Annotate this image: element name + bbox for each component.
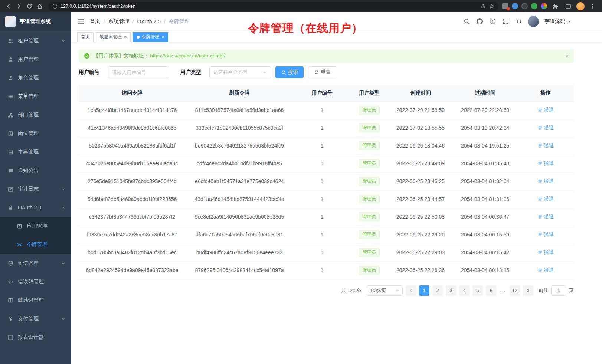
column-header: 操作 xyxy=(517,85,574,101)
sidebar-item-sensitive[interactable]: 敏感词管理 xyxy=(0,291,71,310)
app-title: 芋道管理系统 xyxy=(20,18,51,25)
page-button-1[interactable]: 1 xyxy=(419,285,429,296)
side-panel-icon[interactable] xyxy=(563,1,573,11)
sidebar-item-dict[interactable]: 字典管理 xyxy=(0,143,71,161)
force-logout-button[interactable]: 强退 xyxy=(537,231,554,238)
force-logout-button[interactable]: 强退 xyxy=(537,196,554,202)
sidebar-item-tenant[interactable]: 租户管理 xyxy=(0,32,71,50)
sidebar-item-role[interactable]: 角色管理 xyxy=(0,69,71,87)
force-logout-button[interactable]: 强退 xyxy=(537,160,554,167)
tab-label: 敏感词管理 xyxy=(99,34,122,40)
alert-doc-link[interactable]: https://doc.iocoder.cn/user-center/ xyxy=(150,53,225,59)
browser-reload-button[interactable] xyxy=(24,1,34,11)
breadcrumb-item[interactable]: OAuth 2.0 xyxy=(137,19,161,24)
font-size-icon[interactable]: T xyxy=(515,18,522,25)
user-id-cell: 1 xyxy=(293,137,351,155)
errcode-icon xyxy=(7,279,13,285)
page-size-select[interactable]: 10条/页 xyxy=(367,285,403,296)
search-button[interactable]: 搜索 xyxy=(275,66,304,78)
goto-page-input[interactable] xyxy=(551,285,566,296)
sidebar-item-notice[interactable]: 通知公告 xyxy=(0,161,71,180)
breadcrumb-item[interactable]: 首页 xyxy=(90,18,100,25)
prev-page-button[interactable] xyxy=(406,285,416,296)
trash-icon xyxy=(537,107,543,113)
extension-icon-4[interactable] xyxy=(531,3,537,9)
force-logout-button[interactable]: 强退 xyxy=(537,267,554,274)
alert-close-icon[interactable]: × xyxy=(565,53,569,59)
force-logout-button[interactable]: 强退 xyxy=(537,142,554,149)
breadcrumb-separator: / xyxy=(164,19,166,24)
extension-icon-2[interactable] xyxy=(512,3,518,9)
browser-address-bar[interactable]: 127.0.0.1:1024/system/oauth2/token xyxy=(48,2,498,11)
user-menu[interactable]: 芋道源码 xyxy=(544,18,572,25)
sidebar-item-label: 字典管理 xyxy=(18,149,65,155)
bookmark-star-icon[interactable] xyxy=(489,3,495,9)
access-token-cell: b0d1785bc3a8482f812db4a3f3bd15ec xyxy=(79,244,186,261)
pay-icon xyxy=(7,316,13,322)
sidebar-item-report[interactable]: 报表设计器 xyxy=(0,328,71,347)
sidebar-item-app[interactable]: 应用管理 xyxy=(0,217,71,235)
sidebar-item-errcode[interactable]: 错误码管理 xyxy=(0,272,71,291)
tab-close-icon[interactable]: × xyxy=(124,34,127,39)
page-button-5[interactable]: 5 xyxy=(472,285,483,296)
force-logout-button[interactable]: 强退 xyxy=(537,107,554,113)
sidebar-item-label: OAuth 2.0 xyxy=(18,205,61,211)
extension-icon-1[interactable] xyxy=(502,3,508,9)
hamburger-icon[interactable] xyxy=(77,18,85,25)
force-logout-button[interactable]: 强退 xyxy=(537,125,554,131)
success-check-icon xyxy=(84,53,90,59)
column-header: 用户编号 xyxy=(293,85,351,101)
tab-close-icon[interactable]: × xyxy=(162,34,165,39)
help-icon[interactable]: ? xyxy=(489,18,496,25)
extension-icon-3[interactable] xyxy=(521,3,528,9)
user-id-input[interactable] xyxy=(108,66,169,78)
force-logout-button[interactable]: 强退 xyxy=(537,214,554,220)
sidebar-item-oauth2[interactable]: OAuth 2.0 xyxy=(0,198,71,217)
page-button-6[interactable]: 6 xyxy=(486,285,496,296)
page-button-3[interactable]: 3 xyxy=(446,285,456,296)
tab-token[interactable]: 令牌管理× xyxy=(133,32,169,42)
page-button-12[interactable]: 12 xyxy=(510,285,520,296)
app-logo[interactable]: 芋道管理系统 xyxy=(0,12,71,31)
user-type-cell: 管理员 xyxy=(351,172,388,190)
tab-sensitive-word[interactable]: 敏感词管理× xyxy=(96,32,131,42)
sidebar-item-post[interactable]: 岗位管理 xyxy=(0,124,71,143)
force-logout-button[interactable]: 强退 xyxy=(537,178,554,185)
search-icon[interactable] xyxy=(463,18,470,25)
breadcrumb-item[interactable]: 系统管理 xyxy=(108,18,129,25)
sidebar-item-sms[interactable]: 短信管理 xyxy=(0,254,71,272)
next-page-button[interactable] xyxy=(523,285,533,296)
site-info-icon[interactable] xyxy=(52,3,58,9)
browser-forward-button[interactable] xyxy=(14,1,24,11)
force-logout-button[interactable]: 强退 xyxy=(537,249,554,256)
extensions-puzzle-icon[interactable] xyxy=(550,1,560,11)
tab-home[interactable]: 首页 xyxy=(77,32,94,42)
user-type-select[interactable]: 请选择用户类型 xyxy=(209,66,271,78)
page-button-4[interactable]: 4 xyxy=(459,285,470,296)
reset-button[interactable]: 重置 xyxy=(308,66,336,78)
sidebar-item-pay[interactable]: 支付管理 xyxy=(0,310,71,328)
sidebar-item-audit-log[interactable]: 审计日志 xyxy=(0,180,71,198)
sidebar-item-dept[interactable]: 部门管理 xyxy=(0,106,71,124)
fullscreen-icon[interactable] xyxy=(502,18,509,25)
alert-prefix: 【用户体系】文档地址： xyxy=(94,53,149,59)
page-button-2[interactable]: 2 xyxy=(432,285,443,296)
sidebar-item-token[interactable]: 令牌管理 xyxy=(0,235,71,254)
extension-icon-5[interactable] xyxy=(541,3,547,9)
expire-time-cell: 2054-03-04 00:15:59 xyxy=(453,226,517,244)
share-icon[interactable] xyxy=(480,3,486,9)
github-icon[interactable] xyxy=(476,18,483,25)
browser-menu-icon[interactable] xyxy=(588,1,598,11)
sidebar-item-user[interactable]: 用户管理 xyxy=(0,50,71,69)
browser-back-button[interactable] xyxy=(4,1,13,11)
user-avatar[interactable] xyxy=(528,16,539,27)
browser-home-button[interactable] xyxy=(35,1,45,11)
navbar-actions: ? T 芋道源码 xyxy=(463,16,572,27)
goto-suffix: 页 xyxy=(569,287,574,294)
refresh-token-cell: 9ce8ef2aa9f14056b831ae9b608e28d5 xyxy=(186,208,293,226)
pagination-more-button[interactable]: ... xyxy=(499,288,507,293)
browser-profile-avatar[interactable] xyxy=(576,2,585,10)
sidebar-item-menu[interactable]: 菜单管理 xyxy=(0,87,71,106)
trash-icon xyxy=(537,143,543,148)
access-token-cell: 502375b8040a469a9b82188afdf6af1f xyxy=(79,137,186,155)
